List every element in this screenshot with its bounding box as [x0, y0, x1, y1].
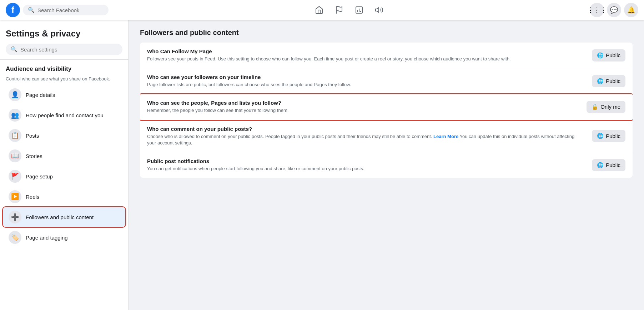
sidebar-item-find-contact[interactable]: 👥 How people find and contact you — [3, 105, 125, 125]
sidebar-item-icon-posts: 📋 — [9, 129, 21, 142]
sidebar-item-label-page-tagging: Page and tagging — [26, 235, 68, 241]
sidebar-item-icon-followers: ➕ — [9, 211, 21, 223]
setting-btn-icon-see-following: 🔒 — [592, 104, 598, 110]
setting-button-see-following[interactable]: 🔒 Only me — [587, 101, 625, 113]
learn-more-link[interactable]: Learn More — [433, 134, 458, 139]
setting-btn-label-see-following: Only me — [600, 104, 620, 110]
setting-info-comment-public: Who can comment on your public posts? Ch… — [147, 126, 592, 146]
topnav-left: f 🔍 — [6, 3, 109, 17]
sidebar-search-icon: 🔍 — [11, 46, 17, 53]
setting-desc-see-following: Remember, the people you follow can see … — [147, 107, 578, 114]
setting-desc-comment-public: Choose who is allowed to comment on your… — [147, 133, 583, 146]
setting-button-see-followers[interactable]: 🌐 Public — [592, 75, 625, 87]
sidebar-item-icon-page-setup: 🚩 — [9, 170, 21, 183]
flag-nav-button[interactable] — [331, 1, 348, 19]
section-header: Followers and public content — [140, 29, 633, 37]
setting-btn-label-see-followers: Public — [606, 78, 620, 84]
main-content: Followers and public content Who Can Fol… — [129, 20, 644, 310]
setting-desc-post-notifications: You can get notifications when people st… — [147, 166, 583, 172]
sidebar-section-title: Audience and visibility — [0, 63, 128, 75]
setting-info-see-followers: Who can see your followers on your timel… — [147, 74, 592, 88]
home-nav-button[interactable] — [311, 1, 328, 19]
topnav-right: ⋮⋮⋮ 💬 🔔 — [590, 3, 638, 17]
sidebar-item-icon-page-details: 👤 — [9, 88, 21, 101]
sidebar-title: Settings & privacy — [0, 26, 128, 40]
setting-desc-text: Choose who is allowed to comment on your… — [147, 134, 433, 139]
sidebar-item-followers[interactable]: ➕ Followers and public content — [3, 207, 125, 227]
sidebar-search-bar: 🔍 — [6, 44, 122, 55]
sidebar-item-icon-stories: 📖 — [9, 149, 21, 162]
setting-title-post-notifications: Public post notifications — [147, 158, 583, 164]
sidebar-item-reels[interactable]: ▶️ Reels — [3, 187, 125, 207]
settings-card: Who Can Follow My Page Followers see you… — [140, 43, 633, 178]
topnav: f 🔍 ⋮⋮⋮ 💬 🔔 — [0, 0, 644, 20]
sidebar-divider — [0, 59, 128, 60]
setting-info-post-notifications: Public post notifications You can get no… — [147, 158, 592, 172]
setting-row-see-followers: Who can see your followers on your timel… — [140, 68, 633, 94]
sidebar-item-stories[interactable]: 📖 Stories — [3, 146, 125, 166]
setting-desc-text: You can get notifications when people st… — [147, 166, 364, 171]
sidebar-item-icon-find-contact: 👥 — [9, 109, 21, 122]
search-input[interactable] — [37, 7, 104, 13]
setting-btn-label-post-notifications: Public — [606, 162, 620, 168]
messenger-button[interactable]: 💬 — [607, 3, 621, 17]
svg-marker-5 — [376, 8, 379, 13]
setting-button-comment-public[interactable]: 🌐 Public — [592, 130, 625, 142]
search-bar: 🔍 — [23, 5, 109, 15]
setting-btn-icon-comment-public: 🌐 — [597, 133, 604, 139]
megaphone-nav-button[interactable] — [371, 1, 388, 19]
sidebar-search-input[interactable] — [20, 46, 117, 53]
setting-row-post-notifications: Public post notifications You can get no… — [140, 152, 633, 178]
setting-title-see-following: Who can see the people, Pages and lists … — [147, 100, 578, 106]
notifications-button[interactable]: 🔔 — [624, 3, 638, 17]
chart-nav-button[interactable] — [351, 1, 368, 19]
setting-row-who-can-follow: Who Can Follow My Page Followers see you… — [140, 43, 633, 68]
sidebar-item-label-reels: Reels — [26, 194, 39, 200]
setting-info-see-following: Who can see the people, Pages and lists … — [147, 100, 587, 114]
sidebar-item-label-page-setup: Page setup — [26, 173, 53, 179]
sidebar-item-icon-reels: ▶️ — [9, 190, 21, 203]
setting-desc-text: Followers see your posts in Feed. Use th… — [147, 56, 511, 61]
layout: Settings & privacy 🔍 Audience and visibi… — [0, 20, 644, 310]
sidebar-item-label-posts: Posts — [26, 133, 39, 139]
setting-desc-see-followers: Page follower lists are public, but foll… — [147, 82, 583, 88]
setting-button-post-notifications[interactable]: 🌐 Public — [592, 159, 625, 171]
grid-menu-button[interactable]: ⋮⋮⋮ — [590, 3, 604, 17]
sidebar-item-posts[interactable]: 📋 Posts — [3, 126, 125, 146]
setting-btn-icon-see-followers: 🌐 — [597, 78, 604, 84]
sidebar-item-label-find-contact: How people find and contact you — [26, 112, 104, 118]
setting-title-comment-public: Who can comment on your public posts? — [147, 126, 583, 132]
setting-btn-icon-who-can-follow: 🌐 — [597, 52, 604, 59]
setting-desc-text: Page follower lists are public, but foll… — [147, 82, 351, 87]
sidebar-item-page-setup[interactable]: 🚩 Page setup — [3, 166, 125, 186]
sidebar-item-icon-page-tagging: 🏷️ — [9, 231, 21, 244]
setting-row-comment-public: Who can comment on your public posts? Ch… — [140, 120, 633, 152]
setting-desc-text: Remember, the people you follow can see … — [147, 108, 288, 113]
sidebar-item-label-followers: Followers and public content — [26, 214, 94, 220]
sidebar-section-subtitle: Control who can see what you share on Fa… — [0, 75, 128, 84]
sidebar-item-page-tagging[interactable]: 🏷️ Page and tagging — [3, 227, 125, 247]
setting-button-who-can-follow[interactable]: 🌐 Public — [592, 49, 625, 61]
sidebar-item-page-details[interactable]: 👤 Page details — [3, 85, 125, 105]
setting-info-who-can-follow: Who Can Follow My Page Followers see you… — [147, 48, 592, 62]
topnav-center — [311, 1, 388, 19]
setting-title-see-followers: Who can see your followers on your timel… — [147, 74, 583, 80]
setting-btn-label-comment-public: Public — [606, 133, 620, 139]
sidebar: Settings & privacy 🔍 Audience and visibi… — [0, 20, 129, 310]
setting-btn-icon-post-notifications: 🌐 — [597, 162, 604, 168]
search-icon: 🔍 — [28, 7, 35, 13]
setting-btn-label-who-can-follow: Public — [606, 52, 620, 58]
setting-title-who-can-follow: Who Can Follow My Page — [147, 48, 583, 54]
setting-row-see-following: Who can see the people, Pages and lists … — [140, 94, 633, 120]
facebook-logo[interactable]: f — [6, 3, 20, 17]
sidebar-items: 👤 Page details 👥 How people find and con… — [0, 85, 128, 247]
sidebar-item-label-page-details: Page details — [26, 92, 55, 98]
setting-desc-who-can-follow: Followers see your posts in Feed. Use th… — [147, 56, 583, 62]
sidebar-item-label-stories: Stories — [26, 153, 42, 159]
